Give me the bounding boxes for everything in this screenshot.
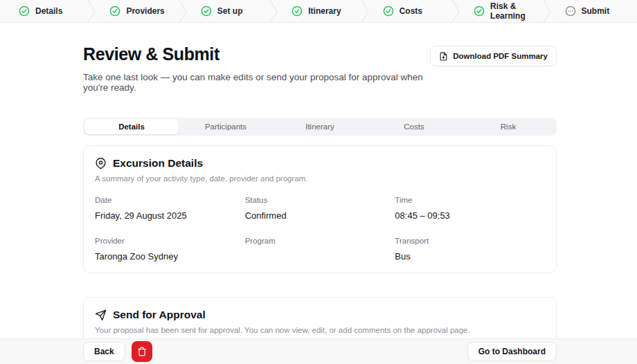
main-content: Review & Submit Take one last look — you…	[83, 44, 557, 364]
field-date: Date Friday, 29 August 2025	[95, 196, 245, 221]
card-title: Send for Approval	[113, 309, 206, 321]
ellipsis-circle-icon	[565, 6, 576, 17]
check-circle-icon	[383, 6, 394, 17]
page-title: Review & Submit	[83, 44, 430, 64]
review-tabs: Details Participants Itinerary Costs Ris…	[83, 118, 557, 136]
tab-details[interactable]: Details	[84, 119, 179, 134]
step-label: Providers	[126, 6, 164, 16]
download-pdf-button[interactable]: Download PDF Summary	[430, 46, 557, 66]
step-separator	[451, 0, 460, 23]
field-provider: Provider Taronga Zoo Sydney	[95, 237, 245, 262]
excursion-details-card: Excursion Details A summary of your acti…	[83, 145, 557, 273]
step-label: Risk & Learning	[490, 1, 546, 21]
field-value: Friday, 29 August 2025	[95, 210, 245, 221]
approval-description: Your proposal has been sent for approval…	[95, 326, 545, 334]
field-label: Provider	[95, 237, 245, 245]
download-pdf-label: Download PDF Summary	[453, 52, 548, 60]
step-label: Set up	[217, 6, 243, 16]
map-pin-icon	[95, 158, 107, 170]
wizard-stepper: Details Providers Set up Itinerary Costs	[0, 0, 637, 23]
check-circle-icon	[19, 6, 30, 17]
field-label: Date	[95, 196, 245, 204]
field-label: Program	[245, 237, 395, 245]
document-download-icon	[439, 52, 448, 61]
tab-costs[interactable]: Costs	[367, 119, 461, 134]
stepper-step-providers[interactable]: Providers	[91, 0, 181, 22]
tab-participants[interactable]: Participants	[179, 119, 273, 134]
step-label: Details	[35, 6, 62, 16]
step-label: Submit	[582, 6, 610, 16]
field-value: Bus	[395, 251, 545, 262]
page-subtitle: Take one last look — you can make edits …	[83, 72, 430, 93]
go-to-dashboard-button[interactable]: Go to Dashboard	[467, 342, 557, 361]
tab-risk[interactable]: Risk	[461, 119, 555, 134]
footer-bar: Back Go to Dashboard	[0, 338, 637, 364]
field-value: 08:45 – 09:53	[395, 210, 545, 221]
step-separator	[269, 0, 278, 23]
stepper-step-details[interactable]: Details	[0, 0, 91, 22]
field-label: Status	[245, 196, 395, 204]
tab-itinerary[interactable]: Itinerary	[273, 119, 367, 134]
stepper-step-risk-learning[interactable]: Risk & Learning	[455, 0, 546, 22]
excursion-fields: Date Friday, 29 August 2025 Status Confi…	[95, 196, 545, 262]
step-separator	[87, 0, 96, 23]
stepper-step-costs[interactable]: Costs	[364, 0, 455, 22]
step-separator	[361, 0, 369, 23]
stepper-step-set-up[interactable]: Set up	[182, 0, 273, 22]
back-button[interactable]: Back	[83, 342, 125, 361]
field-time: Time 08:45 – 09:53	[395, 196, 545, 221]
field-value: Taronga Zoo Sydney	[95, 251, 245, 262]
card-subtitle: A summary of your activity type, date, p…	[95, 174, 545, 183]
stepper-step-submit[interactable]: Submit	[546, 0, 637, 22]
field-status: Status Confirmed	[245, 196, 395, 221]
check-circle-icon	[201, 6, 212, 17]
field-label: Transport	[395, 237, 545, 245]
field-value: Confirmed	[245, 210, 395, 221]
check-circle-icon	[474, 6, 485, 17]
trash-icon	[137, 347, 147, 356]
field-value	[245, 251, 395, 262]
check-circle-icon	[291, 6, 303, 17]
check-circle-icon	[109, 6, 120, 17]
step-separator	[179, 0, 187, 23]
field-label: Time	[395, 196, 545, 204]
card-title: Excursion Details	[113, 157, 203, 170]
delete-button[interactable]	[132, 341, 152, 362]
stepper-step-itinerary[interactable]: Itinerary	[273, 0, 364, 22]
step-separator	[543, 0, 551, 23]
field-transport: Transport Bus	[395, 237, 545, 262]
field-program: Program	[245, 237, 395, 262]
step-label: Itinerary	[308, 6, 341, 16]
send-icon	[95, 309, 107, 321]
step-label: Costs	[400, 6, 422, 16]
